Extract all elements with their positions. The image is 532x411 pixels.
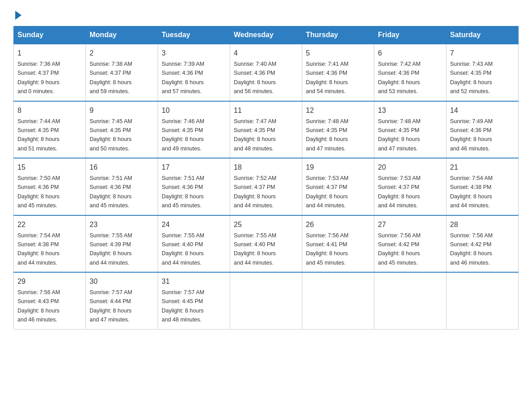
day-number: 10	[162, 105, 226, 116]
week-row-2: 8 Sunrise: 7:44 AMSunset: 4:35 PMDayligh…	[14, 101, 519, 158]
day-info: Sunrise: 7:40 AMSunset: 4:36 PMDaylight:…	[234, 61, 276, 94]
day-info: Sunrise: 7:45 AMSunset: 4:35 PMDaylight:…	[90, 118, 132, 152]
day-cell: 9 Sunrise: 7:45 AMSunset: 4:35 PMDayligh…	[86, 101, 158, 158]
week-row-4: 22 Sunrise: 7:54 AMSunset: 4:38 PMDaylig…	[14, 215, 519, 273]
day-info: Sunrise: 7:38 AMSunset: 4:37 PMDaylight:…	[90, 61, 132, 94]
day-number: 27	[378, 219, 442, 230]
day-info: Sunrise: 7:53 AMSunset: 4:37 PMDaylight:…	[378, 175, 420, 209]
day-cell	[230, 272, 302, 329]
week-row-1: 1 Sunrise: 7:36 AMSunset: 4:37 PMDayligh…	[14, 44, 519, 101]
day-number: 15	[17, 162, 82, 173]
day-info: Sunrise: 7:47 AMSunset: 4:35 PMDaylight:…	[234, 118, 276, 152]
day-info: Sunrise: 7:55 AMSunset: 4:39 PMDaylight:…	[90, 232, 132, 266]
day-cell: 31 Sunrise: 7:57 AMSunset: 4:45 PMDaylig…	[158, 272, 230, 329]
day-cell: 12 Sunrise: 7:48 AMSunset: 4:35 PMDaylig…	[302, 101, 374, 158]
day-cell: 20 Sunrise: 7:53 AMSunset: 4:37 PMDaylig…	[374, 158, 446, 215]
day-number: 3	[162, 48, 226, 59]
day-cell: 14 Sunrise: 7:49 AMSunset: 4:36 PMDaylig…	[446, 101, 519, 158]
header-cell-tuesday: Tuesday	[158, 26, 230, 44]
header-cell-monday: Monday	[86, 26, 158, 44]
day-info: Sunrise: 7:53 AMSunset: 4:37 PMDaylight:…	[306, 175, 348, 209]
day-info: Sunrise: 7:50 AMSunset: 4:36 PMDaylight:…	[17, 175, 60, 209]
day-number: 18	[234, 162, 298, 173]
day-cell: 13 Sunrise: 7:48 AMSunset: 4:35 PMDaylig…	[374, 101, 446, 158]
header-cell-sunday: Sunday	[14, 26, 86, 44]
day-number: 28	[450, 219, 515, 230]
day-number: 7	[450, 48, 515, 59]
day-info: Sunrise: 7:57 AMSunset: 4:45 PMDaylight:…	[162, 289, 204, 323]
day-info: Sunrise: 7:51 AMSunset: 4:36 PMDaylight:…	[162, 175, 204, 209]
day-info: Sunrise: 7:39 AMSunset: 4:36 PMDaylight:…	[162, 61, 204, 94]
day-cell: 1 Sunrise: 7:36 AMSunset: 4:37 PMDayligh…	[14, 44, 86, 101]
day-cell: 5 Sunrise: 7:41 AMSunset: 4:36 PMDayligh…	[302, 44, 374, 101]
header-row: SundayMondayTuesdayWednesdayThursdayFrid…	[14, 26, 519, 44]
day-info: Sunrise: 7:56 AMSunset: 4:42 PMDaylight:…	[378, 232, 420, 266]
header-cell-thursday: Thursday	[302, 26, 374, 44]
day-number: 19	[306, 162, 370, 173]
logo-arrow-icon	[15, 11, 21, 20]
day-number: 16	[90, 162, 154, 173]
day-cell: 4 Sunrise: 7:40 AMSunset: 4:36 PMDayligh…	[230, 44, 302, 101]
day-cell	[374, 272, 446, 329]
day-number: 20	[378, 162, 442, 173]
day-number: 30	[90, 276, 154, 287]
day-number: 9	[90, 105, 154, 116]
day-number: 24	[162, 219, 226, 230]
day-cell: 27 Sunrise: 7:56 AMSunset: 4:42 PMDaylig…	[374, 215, 446, 273]
day-number: 26	[306, 219, 370, 230]
day-cell: 21 Sunrise: 7:54 AMSunset: 4:38 PMDaylig…	[446, 158, 519, 215]
day-info: Sunrise: 7:54 AMSunset: 4:38 PMDaylight:…	[17, 232, 60, 266]
header-cell-saturday: Saturday	[446, 26, 519, 44]
day-info: Sunrise: 7:44 AMSunset: 4:35 PMDaylight:…	[17, 118, 60, 152]
day-cell: 10 Sunrise: 7:46 AMSunset: 4:35 PMDaylig…	[158, 101, 230, 158]
day-cell: 15 Sunrise: 7:50 AMSunset: 4:36 PMDaylig…	[14, 158, 86, 215]
day-info: Sunrise: 7:41 AMSunset: 4:36 PMDaylight:…	[306, 61, 348, 94]
day-info: Sunrise: 7:36 AMSunset: 4:37 PMDaylight:…	[17, 61, 60, 94]
day-number: 14	[450, 105, 515, 116]
day-info: Sunrise: 7:55 AMSunset: 4:40 PMDaylight:…	[162, 232, 204, 266]
day-number: 4	[234, 48, 298, 59]
page-header	[13, 9, 519, 18]
day-number: 22	[17, 219, 82, 230]
day-cell: 18 Sunrise: 7:52 AMSunset: 4:37 PMDaylig…	[230, 158, 302, 215]
header-cell-friday: Friday	[374, 26, 446, 44]
day-cell: 2 Sunrise: 7:38 AMSunset: 4:37 PMDayligh…	[86, 44, 158, 101]
day-cell	[446, 272, 519, 329]
day-cell	[302, 272, 374, 329]
day-number: 1	[17, 48, 82, 59]
day-number: 31	[162, 276, 226, 287]
day-info: Sunrise: 7:56 AMSunset: 4:43 PMDaylight:…	[17, 289, 60, 323]
logo	[13, 9, 21, 18]
day-cell: 16 Sunrise: 7:51 AMSunset: 4:36 PMDaylig…	[86, 158, 158, 215]
day-info: Sunrise: 7:43 AMSunset: 4:35 PMDaylight:…	[450, 61, 493, 94]
day-cell: 11 Sunrise: 7:47 AMSunset: 4:35 PMDaylig…	[230, 101, 302, 158]
day-number: 11	[234, 105, 298, 116]
day-cell: 22 Sunrise: 7:54 AMSunset: 4:38 PMDaylig…	[14, 215, 86, 273]
day-info: Sunrise: 7:52 AMSunset: 4:37 PMDaylight:…	[234, 175, 276, 209]
day-cell: 17 Sunrise: 7:51 AMSunset: 4:36 PMDaylig…	[158, 158, 230, 215]
day-info: Sunrise: 7:55 AMSunset: 4:40 PMDaylight:…	[234, 232, 276, 266]
day-number: 21	[450, 162, 515, 173]
week-row-3: 15 Sunrise: 7:50 AMSunset: 4:36 PMDaylig…	[14, 158, 519, 215]
day-cell: 24 Sunrise: 7:55 AMSunset: 4:40 PMDaylig…	[158, 215, 230, 273]
day-cell: 29 Sunrise: 7:56 AMSunset: 4:43 PMDaylig…	[14, 272, 86, 329]
day-info: Sunrise: 7:42 AMSunset: 4:36 PMDaylight:…	[378, 61, 420, 94]
header-cell-wednesday: Wednesday	[230, 26, 302, 44]
day-number: 2	[90, 48, 154, 59]
day-cell: 25 Sunrise: 7:55 AMSunset: 4:40 PMDaylig…	[230, 215, 302, 273]
day-number: 12	[306, 105, 370, 116]
day-info: Sunrise: 7:57 AMSunset: 4:44 PMDaylight:…	[90, 289, 132, 323]
day-cell: 28 Sunrise: 7:56 AMSunset: 4:42 PMDaylig…	[446, 215, 519, 273]
day-info: Sunrise: 7:56 AMSunset: 4:42 PMDaylight:…	[450, 232, 493, 266]
day-info: Sunrise: 7:49 AMSunset: 4:36 PMDaylight:…	[450, 118, 493, 152]
day-cell: 8 Sunrise: 7:44 AMSunset: 4:35 PMDayligh…	[14, 101, 86, 158]
day-number: 6	[378, 48, 442, 59]
day-cell: 30 Sunrise: 7:57 AMSunset: 4:44 PMDaylig…	[86, 272, 158, 329]
day-cell: 23 Sunrise: 7:55 AMSunset: 4:39 PMDaylig…	[86, 215, 158, 273]
day-cell: 19 Sunrise: 7:53 AMSunset: 4:37 PMDaylig…	[302, 158, 374, 215]
day-info: Sunrise: 7:56 AMSunset: 4:41 PMDaylight:…	[306, 232, 348, 266]
day-info: Sunrise: 7:51 AMSunset: 4:36 PMDaylight:…	[90, 175, 132, 209]
calendar-header: SundayMondayTuesdayWednesdayThursdayFrid…	[14, 26, 519, 44]
day-cell: 3 Sunrise: 7:39 AMSunset: 4:36 PMDayligh…	[158, 44, 230, 101]
day-info: Sunrise: 7:54 AMSunset: 4:38 PMDaylight:…	[450, 175, 493, 209]
